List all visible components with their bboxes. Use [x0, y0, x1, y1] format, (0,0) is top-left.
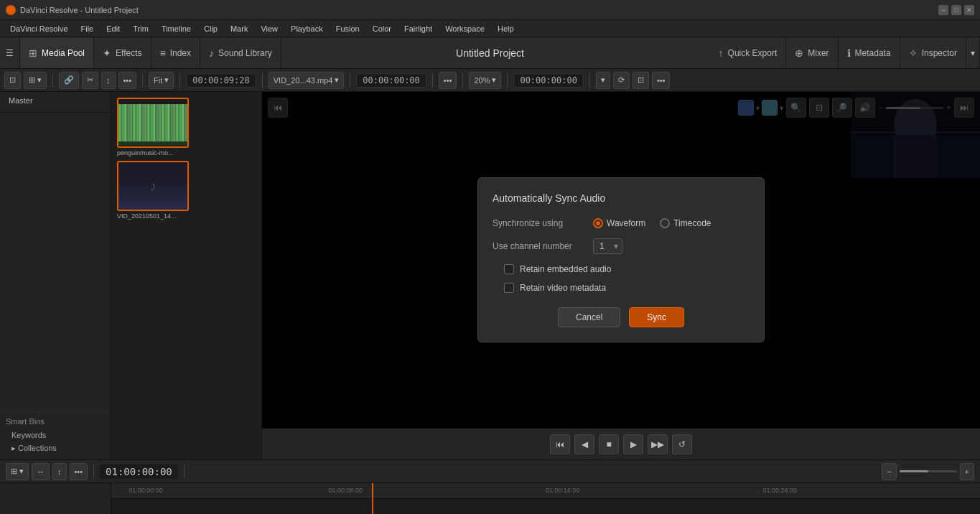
menu-mark[interactable]: Mark [225, 23, 253, 34]
menu-edit[interactable]: Edit [101, 23, 126, 34]
waveform-label: Waveform [607, 218, 645, 228]
stop-button[interactable]: ■ [599, 434, 619, 454]
tl-plus-icon: + [965, 467, 969, 476]
tl-divider-2 [184, 464, 185, 479]
timeline-timecode[interactable]: 01:00:00:00 [100, 464, 178, 479]
position-timecode[interactable]: 00:00:00:00 [356, 73, 426, 88]
toolbar-panel-toggle[interactable]: ☰ [0, 37, 20, 68]
zoom-arrow: ▾ [492, 75, 496, 85]
menu-fusion[interactable]: Fusion [330, 23, 365, 34]
source-timecode[interactable]: 00:00:09:28 [186, 73, 256, 88]
effects-button[interactable]: ✦ Effects [94, 37, 151, 68]
menu-davinci-resolve[interactable]: DaVinci Resolve [4, 23, 74, 34]
timeline-area: ⊞ ▾ ↔ ↕ ••• 01:00:00:00 − + [0, 459, 980, 514]
menu-workspace[interactable]: Workspace [439, 23, 490, 34]
collections-label: Collections [18, 444, 57, 452]
title-bar: DaVinci Resolve - Untitled Project ─ □ ✕ [0, 0, 980, 20]
link-button[interactable]: 🔗 [59, 72, 79, 89]
step-forward-button[interactable]: ▶▶ [648, 434, 668, 454]
timeline-fit-button[interactable]: ↔ [32, 463, 50, 480]
effects-label: Effects [116, 48, 141, 58]
timeline-options-button[interactable]: ••• [70, 463, 88, 480]
menu-fairlight[interactable]: Fairlight [398, 23, 438, 34]
sync-button[interactable]: Sync [629, 307, 684, 327]
inspector-button[interactable]: ✧ Inspector [900, 37, 966, 68]
channel-select[interactable]: 1 2 3 4 [593, 238, 622, 254]
toolbar2-divider-7 [462, 73, 463, 88]
source-tape-button[interactable]: ⊡ [4, 72, 21, 89]
video-silhouette [118, 181, 187, 210]
refresh-button[interactable]: ⟳ [613, 72, 630, 89]
timecode-radio[interactable] [660, 218, 670, 228]
metadata-label: Metadata [855, 48, 891, 58]
channel-select-wrapper[interactable]: 1 2 3 4 [593, 238, 622, 254]
media-pool-icon: ⊞ [29, 47, 37, 59]
title-bar-controls[interactable]: ─ □ ✕ [938, 5, 974, 15]
toolbar-more-button[interactable]: ▾ [966, 37, 980, 68]
metadata-button[interactable]: ℹ Metadata [839, 37, 900, 68]
menu-file[interactable]: File [75, 23, 100, 34]
audio-thumb[interactable] [117, 98, 189, 148]
end-timecode[interactable]: 00:00:00:00 [513, 73, 583, 88]
timeline-sort-button[interactable]: ↕ [52, 463, 67, 480]
clip-button[interactable]: ✂ [82, 72, 98, 89]
timecode-option[interactable]: Timecode [660, 218, 711, 228]
waveform-option[interactable]: Waveform [593, 218, 645, 228]
maximize-button[interactable]: □ [951, 5, 961, 15]
fullscreen-button[interactable]: ⊡ [633, 72, 649, 89]
sync-method-label: Synchronize using [493, 218, 593, 228]
menu-help[interactable]: Help [492, 23, 520, 34]
timeline-layout-button[interactable]: ⊞ ▾ [6, 463, 29, 480]
collections-item[interactable]: ▸ Collections [6, 441, 105, 455]
end-controls[interactable]: ▾ [596, 72, 610, 89]
playback-controls: ⏮ ⏮ ◀ ■ ▶ ▶▶ ↺ [262, 428, 980, 459]
retain-metadata-checkbox[interactable] [504, 283, 514, 293]
skip-start-button[interactable]: ⏮ [550, 434, 570, 454]
waveform-radio[interactable] [593, 218, 603, 228]
close-button[interactable]: ✕ [964, 5, 974, 15]
sort-button[interactable]: ↕ [101, 72, 116, 89]
play-button[interactable]: ▶ [623, 434, 643, 454]
cancel-button[interactable]: Cancel [558, 307, 620, 327]
timeline-sort-icon: ↕ [57, 467, 62, 476]
link-icon: 🔗 [64, 75, 74, 85]
video-thumb[interactable] [117, 161, 189, 211]
menu-trim[interactable]: Trim [127, 23, 154, 34]
retain-metadata-row: Retain video metadata [493, 283, 750, 293]
sound-library-button[interactable]: ♪ Sound Library [200, 37, 281, 68]
extra-button[interactable]: ••• [652, 72, 671, 89]
tl-zoom-in[interactable]: + [960, 463, 974, 480]
zoom-level[interactable]: 20% ▾ [469, 72, 501, 89]
clip-item-1[interactable]: penguinmusic-mo... [117, 98, 256, 156]
tl-zoom-fill [900, 470, 928, 472]
end-icon: ▾ [601, 75, 605, 85]
menu-playback[interactable]: Playback [285, 23, 329, 34]
effects-icon: ✦ [103, 47, 111, 59]
menu-view[interactable]: View [255, 23, 284, 34]
clip-view-button[interactable]: ⊞ ▾ [24, 72, 47, 89]
menu-clip[interactable]: Clip [198, 23, 223, 34]
retain-embedded-checkbox[interactable] [504, 264, 514, 274]
minimize-button[interactable]: ─ [938, 5, 948, 15]
fit-button[interactable]: Fit ▾ [149, 72, 174, 89]
more-button[interactable]: ••• [118, 72, 137, 89]
project-title: Untitled Project [456, 47, 524, 59]
index-button[interactable]: ≡ Index [151, 37, 201, 68]
more2-btn[interactable]: ••• [439, 72, 457, 89]
skip-start-icon: ⏮ [556, 439, 564, 449]
quick-export-label: Quick Export [728, 48, 778, 58]
ruler-mark-2: 01:00:16:00 [546, 487, 580, 494]
toolbar-left: ☰ ⊞ Media Pool ✦ Effects ≡ Index ♪ Sound… [0, 37, 281, 68]
timeline-track-labels [0, 483, 111, 514]
mixer-button[interactable]: ⊕ Mixer [786, 37, 838, 68]
media-pool-button[interactable]: ⊞ Media Pool [20, 37, 94, 68]
quick-export-button[interactable]: ↑ Quick Export [710, 37, 787, 68]
clip-item-2[interactable]: VID_20210501_14... [117, 161, 256, 220]
tl-zoom-slider[interactable] [900, 470, 957, 472]
keywords-item[interactable]: Keywords [6, 429, 105, 441]
tl-zoom-out[interactable]: − [882, 463, 896, 480]
step-back-button[interactable]: ◀ [574, 434, 594, 454]
loop-button[interactable]: ↺ [672, 434, 692, 454]
menu-color[interactable]: Color [367, 23, 397, 34]
menu-timeline[interactable]: Timeline [156, 23, 197, 34]
